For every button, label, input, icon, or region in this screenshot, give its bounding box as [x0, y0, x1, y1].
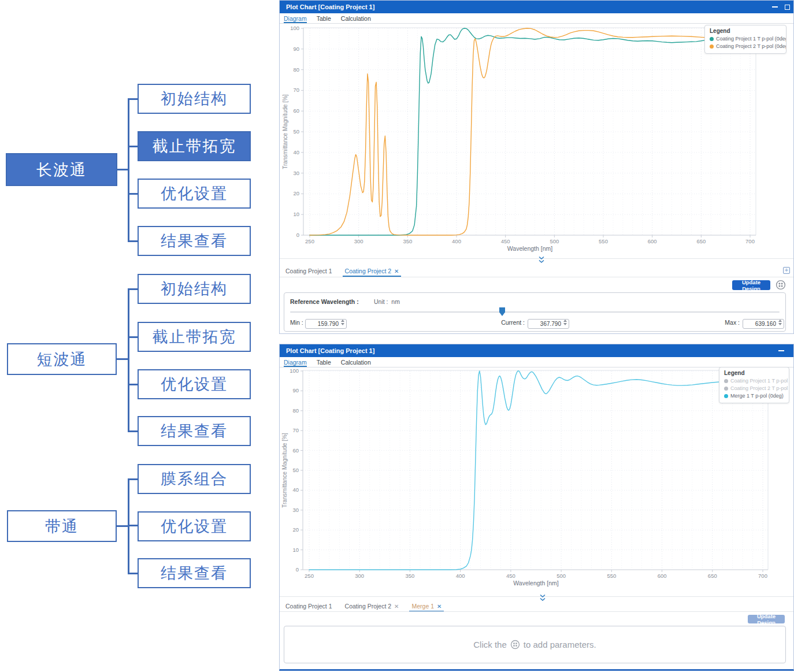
- tab-coating-project-1[interactable]: Coating Project 1: [285, 265, 332, 277]
- flow-node-bandpass: 带通: [7, 510, 117, 542]
- svg-text:80: 80: [292, 407, 299, 414]
- flow-node-optimization-1: 优化设置: [138, 179, 251, 209]
- flow-node-results-1: 结果查看: [138, 226, 251, 256]
- svg-text:650: 650: [708, 573, 717, 579]
- connector: [128, 479, 129, 574]
- tab-merge-1[interactable]: Merge 1✕: [411, 600, 441, 612]
- svg-text:10: 10: [293, 211, 299, 217]
- flow-node-cutoff-widening-1: 截止带拓宽: [138, 131, 251, 161]
- flow-node-label: 结果查看: [161, 231, 228, 251]
- update-design-button[interactable]: Update Design: [748, 615, 785, 623]
- reference-wavelength-panel: Reference Wavelength : Unit : nm Min : C…: [284, 292, 786, 332]
- menu-diagram[interactable]: Diagram: [284, 357, 307, 367]
- svg-text:600: 600: [648, 238, 657, 244]
- flow-node-label: 优化设置: [161, 374, 228, 395]
- series-dot-icon: [724, 379, 728, 383]
- legend-title: Legend: [710, 28, 781, 34]
- plot-chart-window-2: Plot Chart [Coating Project 1] Diagram T…: [279, 344, 794, 671]
- max-label: Max :: [717, 319, 740, 326]
- flow-node-label: 优化设置: [161, 183, 228, 204]
- titlebar[interactable]: Plot Chart [Coating Project 1]: [280, 1, 793, 13]
- minimize-icon[interactable]: [772, 6, 778, 8]
- update-design-button[interactable]: Update Design: [732, 280, 770, 290]
- svg-text:0: 0: [296, 232, 299, 238]
- flow-node-optimization-3: 优化设置: [138, 511, 251, 541]
- menu-calculation[interactable]: Calculation: [341, 357, 371, 367]
- flow-node-label: 优化设置: [161, 516, 228, 537]
- legend-item: Coating Project 2 T p-pol (0deg): [710, 43, 781, 50]
- svg-text:400: 400: [456, 573, 465, 579]
- close-tab-icon[interactable]: ✕: [394, 603, 399, 610]
- add-parameters-icon[interactable]: [510, 640, 520, 649]
- current-input-wrap: [528, 318, 569, 328]
- window-title: Plot Chart [Coating Project 1]: [280, 347, 374, 354]
- svg-text:20: 20: [293, 190, 299, 196]
- svg-text:Transmittance Magnitude [%]: Transmittance Magnitude [%]: [281, 433, 288, 508]
- connector: [128, 98, 138, 100]
- connector: [128, 288, 138, 290]
- spinner-icon[interactable]: [341, 320, 344, 325]
- maximize-icon[interactable]: [785, 5, 790, 10]
- flow-node-results-2: 结果查看: [138, 416, 251, 446]
- close-tab-icon[interactable]: ✕: [437, 603, 441, 610]
- svg-text:700: 700: [745, 238, 755, 244]
- svg-text:40: 40: [292, 487, 299, 493]
- svg-text:Wavelength [nm]: Wavelength [nm]: [507, 245, 552, 252]
- project-tab-bar: Coating Project 1 Coating Project 2✕: [280, 265, 793, 277]
- flow-node-initial-structure-2: 初始结构: [138, 274, 251, 304]
- svg-text:250: 250: [305, 573, 314, 579]
- menu-table[interactable]: Table: [317, 357, 331, 367]
- project-tab-bar: Coating Project 1 Coating Project 2✕ Mer…: [280, 600, 793, 612]
- connector: [128, 289, 129, 432]
- menu-diagram[interactable]: Diagram: [284, 13, 307, 23]
- unit-label: Unit : nm: [374, 298, 400, 305]
- svg-text:30: 30: [292, 507, 299, 513]
- add-tab-icon[interactable]: +: [783, 267, 790, 274]
- flow-node-cutoff-widening-2: 截止带拓宽: [138, 322, 251, 352]
- svg-text:100: 100: [290, 25, 299, 31]
- menu-table[interactable]: Table: [317, 13, 331, 23]
- connector: [128, 99, 129, 242]
- titlebar[interactable]: Plot Chart [Coating Project 1]: [280, 344, 793, 357]
- legend-item: Coating Project 1 T p-pol (0deg): [710, 35, 781, 43]
- legend-item: Coating Project 2 T p-pol (0deg): [724, 385, 784, 392]
- tab-coating-project-2[interactable]: Coating Project 2✕: [345, 265, 399, 277]
- connector: [128, 430, 138, 432]
- svg-text:550: 550: [607, 573, 616, 579]
- close-tab-icon[interactable]: ✕: [394, 268, 399, 274]
- flow-node-shortpass: 短波通: [7, 343, 117, 375]
- flow-node-stack-combination: 膜系组合: [138, 464, 251, 494]
- svg-text:70: 70: [292, 427, 299, 433]
- connector: [128, 384, 138, 385]
- menu-calculation[interactable]: Calculation: [341, 13, 371, 23]
- svg-text:450: 450: [506, 573, 515, 579]
- svg-text:350: 350: [403, 238, 412, 244]
- flow-node-label: 带通: [45, 516, 79, 537]
- collapse-chevron-icon[interactable]: [537, 256, 546, 264]
- empty-hint: Click the to add parameters.: [284, 626, 785, 663]
- flow-node-label: 截止带拓宽: [153, 326, 236, 347]
- svg-text:350: 350: [406, 573, 415, 579]
- wavelength-slider-track[interactable]: [290, 311, 780, 313]
- screenshot-root: 长波通 初始结构 截止带拓宽 优化设置 结果查看 短波通 初始结构 截止带拓宽 …: [0, 0, 794, 672]
- min-label: Min :: [290, 319, 303, 326]
- wavelength-slider-handle[interactable]: [499, 307, 505, 316]
- svg-text:500: 500: [550, 238, 559, 244]
- add-parameters-icon[interactable]: [776, 280, 786, 292]
- svg-text:60: 60: [293, 107, 299, 114]
- tab-coating-project-2[interactable]: Coating Project 2✕: [345, 600, 399, 612]
- flow-node-label: 膜系组合: [161, 469, 228, 489]
- minimize-icon[interactable]: [778, 350, 784, 351]
- connector: [128, 240, 138, 242]
- svg-text:450: 450: [501, 238, 510, 244]
- plot-chart-window-1: Plot Chart [Coating Project 1] Diagram T…: [279, 0, 794, 334]
- connector: [128, 478, 138, 480]
- unit-value: nm: [391, 298, 400, 305]
- tab-coating-project-1[interactable]: Coating Project 1: [285, 600, 332, 612]
- svg-text:60: 60: [292, 447, 299, 454]
- connector: [128, 336, 138, 338]
- spinner-icon[interactable]: [563, 320, 567, 325]
- spinner-icon[interactable]: [778, 320, 782, 325]
- series-dot-icon: [724, 387, 728, 391]
- flow-node-label: 短波通: [37, 349, 87, 370]
